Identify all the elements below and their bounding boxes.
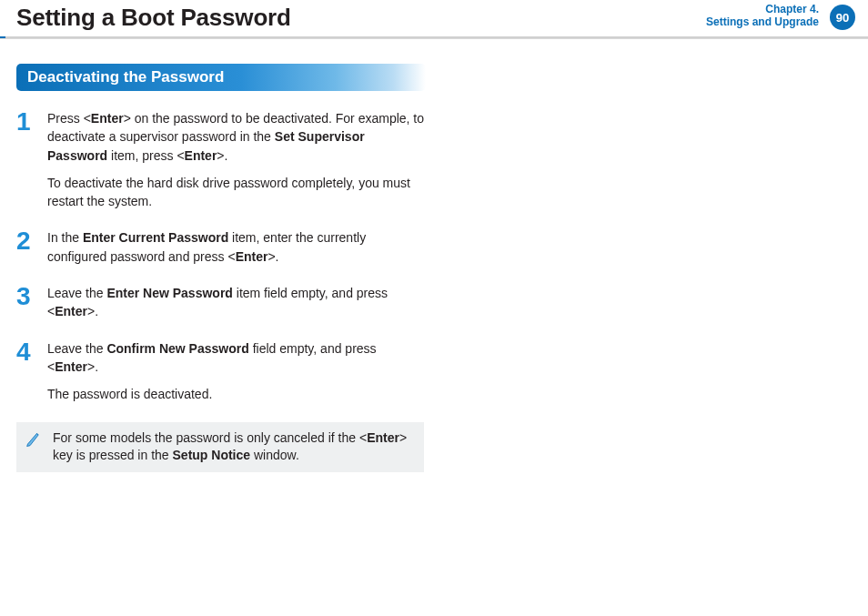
note-text: For some models the password is only can… <box>53 430 407 463</box>
page-number-badge: 90 <box>830 5 855 30</box>
steps-list: 1 Press <Enter> on the password to be de… <box>16 109 426 404</box>
step-text: In the Enter Current Password item, ente… <box>47 228 426 266</box>
header-rule <box>0 36 868 38</box>
note-box: For some models the password is only can… <box>16 422 424 472</box>
page: Setting a Boot Password Chapter 4. Setti… <box>0 0 868 616</box>
step-text: To deactivate the hard disk drive passwo… <box>47 174 426 211</box>
step-number: 1 <box>16 104 40 141</box>
step-text: The password is deactivated. <box>47 385 426 403</box>
step-text: Leave the Enter New Password item field … <box>47 284 426 321</box>
content-column: Deactivating the Password 1 Press <Enter… <box>16 64 426 472</box>
page-header: Setting a Boot Password Chapter 4. Setti… <box>0 0 868 39</box>
step-item: 1 Press <Enter> on the password to be de… <box>16 109 426 210</box>
step-number: 4 <box>16 334 40 371</box>
step-item: 3 Leave the Enter New Password item fiel… <box>16 284 426 321</box>
chapter-label: Chapter 4. <box>706 4 819 16</box>
step-item: 4 Leave the Confirm New Password field e… <box>16 339 426 404</box>
chapter-block: Chapter 4. Settings and Upgrade <box>706 4 819 29</box>
step-number: 3 <box>16 278 40 316</box>
chapter-title: Settings and Upgrade <box>706 16 819 29</box>
step-item: 2 In the Enter Current Password item, en… <box>16 228 426 266</box>
step-text: Leave the Confirm New Password field emp… <box>47 339 426 377</box>
page-number: 90 <box>836 11 849 25</box>
step-text: Press <Enter> on the password to be deac… <box>47 109 426 165</box>
step-number: 2 <box>16 223 40 260</box>
section-heading-text: Deactivating the Password <box>27 68 224 86</box>
page-title: Setting a Boot Password <box>16 4 291 32</box>
note-icon <box>25 430 44 449</box>
section-heading: Deactivating the Password <box>16 64 426 91</box>
